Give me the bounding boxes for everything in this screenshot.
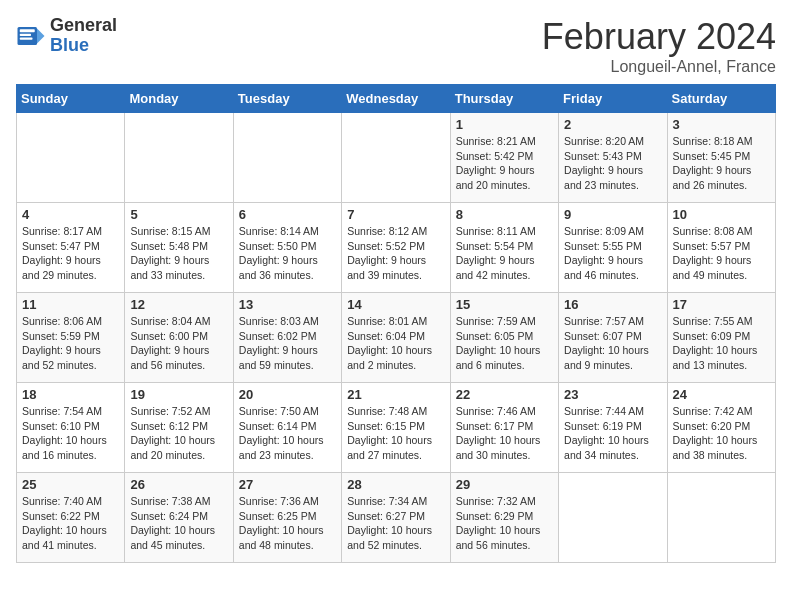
calendar-cell: 1Sunrise: 8:21 AM Sunset: 5:42 PM Daylig… — [450, 113, 558, 203]
calendar-week-row: 1Sunrise: 8:21 AM Sunset: 5:42 PM Daylig… — [17, 113, 776, 203]
calendar-cell: 12Sunrise: 8:04 AM Sunset: 6:00 PM Dayli… — [125, 293, 233, 383]
day-number: 10 — [673, 207, 770, 222]
calendar-cell — [667, 473, 775, 563]
day-number: 11 — [22, 297, 119, 312]
svg-marker-1 — [37, 28, 45, 43]
calendar-subtitle: Longueil-Annel, France — [542, 58, 776, 76]
day-number: 16 — [564, 297, 661, 312]
calendar-cell: 21Sunrise: 7:48 AM Sunset: 6:15 PM Dayli… — [342, 383, 450, 473]
day-info: Sunrise: 8:03 AM Sunset: 6:02 PM Dayligh… — [239, 314, 336, 373]
day-number: 9 — [564, 207, 661, 222]
day-info: Sunrise: 7:52 AM Sunset: 6:12 PM Dayligh… — [130, 404, 227, 463]
page-header: General Blue February 2024 Longueil-Anne… — [16, 16, 776, 76]
weekday-header: Tuesday — [233, 85, 341, 113]
day-info: Sunrise: 7:46 AM Sunset: 6:17 PM Dayligh… — [456, 404, 553, 463]
calendar-cell: 2Sunrise: 8:20 AM Sunset: 5:43 PM Daylig… — [559, 113, 667, 203]
day-info: Sunrise: 8:04 AM Sunset: 6:00 PM Dayligh… — [130, 314, 227, 373]
logo-blue: Blue — [50, 36, 117, 56]
calendar-table: SundayMondayTuesdayWednesdayThursdayFrid… — [16, 84, 776, 563]
day-number: 24 — [673, 387, 770, 402]
day-number: 18 — [22, 387, 119, 402]
day-info: Sunrise: 7:44 AM Sunset: 6:19 PM Dayligh… — [564, 404, 661, 463]
logo: General Blue — [16, 16, 117, 56]
calendar-header: SundayMondayTuesdayWednesdayThursdayFrid… — [17, 85, 776, 113]
day-number: 21 — [347, 387, 444, 402]
day-number: 28 — [347, 477, 444, 492]
weekday-header: Thursday — [450, 85, 558, 113]
calendar-cell: 29Sunrise: 7:32 AM Sunset: 6:29 PM Dayli… — [450, 473, 558, 563]
day-info: Sunrise: 8:18 AM Sunset: 5:45 PM Dayligh… — [673, 134, 770, 193]
day-info: Sunrise: 7:48 AM Sunset: 6:15 PM Dayligh… — [347, 404, 444, 463]
calendar-cell: 27Sunrise: 7:36 AM Sunset: 6:25 PM Dayli… — [233, 473, 341, 563]
day-number: 15 — [456, 297, 553, 312]
day-info: Sunrise: 8:17 AM Sunset: 5:47 PM Dayligh… — [22, 224, 119, 283]
calendar-cell: 16Sunrise: 7:57 AM Sunset: 6:07 PM Dayli… — [559, 293, 667, 383]
day-number: 27 — [239, 477, 336, 492]
calendar-cell: 26Sunrise: 7:38 AM Sunset: 6:24 PM Dayli… — [125, 473, 233, 563]
calendar-week-row: 4Sunrise: 8:17 AM Sunset: 5:47 PM Daylig… — [17, 203, 776, 293]
day-info: Sunrise: 7:42 AM Sunset: 6:20 PM Dayligh… — [673, 404, 770, 463]
calendar-title: February 2024 — [542, 16, 776, 58]
day-info: Sunrise: 8:14 AM Sunset: 5:50 PM Dayligh… — [239, 224, 336, 283]
calendar-cell: 8Sunrise: 8:11 AM Sunset: 5:54 PM Daylig… — [450, 203, 558, 293]
day-number: 8 — [456, 207, 553, 222]
logo-icon — [16, 21, 46, 51]
calendar-week-row: 11Sunrise: 8:06 AM Sunset: 5:59 PM Dayli… — [17, 293, 776, 383]
day-info: Sunrise: 7:55 AM Sunset: 6:09 PM Dayligh… — [673, 314, 770, 373]
day-info: Sunrise: 7:50 AM Sunset: 6:14 PM Dayligh… — [239, 404, 336, 463]
day-number: 3 — [673, 117, 770, 132]
calendar-cell: 23Sunrise: 7:44 AM Sunset: 6:19 PM Dayli… — [559, 383, 667, 473]
calendar-week-row: 18Sunrise: 7:54 AM Sunset: 6:10 PM Dayli… — [17, 383, 776, 473]
day-number: 4 — [22, 207, 119, 222]
day-number: 1 — [456, 117, 553, 132]
calendar-cell — [125, 113, 233, 203]
weekday-header: Wednesday — [342, 85, 450, 113]
day-info: Sunrise: 7:36 AM Sunset: 6:25 PM Dayligh… — [239, 494, 336, 553]
day-number: 20 — [239, 387, 336, 402]
calendar-cell — [233, 113, 341, 203]
calendar-cell: 13Sunrise: 8:03 AM Sunset: 6:02 PM Dayli… — [233, 293, 341, 383]
day-number: 12 — [130, 297, 227, 312]
weekday-header: Friday — [559, 85, 667, 113]
calendar-cell: 9Sunrise: 8:09 AM Sunset: 5:55 PM Daylig… — [559, 203, 667, 293]
calendar-cell — [559, 473, 667, 563]
calendar-cell: 19Sunrise: 7:52 AM Sunset: 6:12 PM Dayli… — [125, 383, 233, 473]
svg-rect-4 — [20, 37, 33, 39]
calendar-cell: 24Sunrise: 7:42 AM Sunset: 6:20 PM Dayli… — [667, 383, 775, 473]
calendar-cell: 5Sunrise: 8:15 AM Sunset: 5:48 PM Daylig… — [125, 203, 233, 293]
day-info: Sunrise: 8:21 AM Sunset: 5:42 PM Dayligh… — [456, 134, 553, 193]
title-block: February 2024 Longueil-Annel, France — [542, 16, 776, 76]
day-info: Sunrise: 8:06 AM Sunset: 5:59 PM Dayligh… — [22, 314, 119, 373]
day-info: Sunrise: 7:54 AM Sunset: 6:10 PM Dayligh… — [22, 404, 119, 463]
day-number: 5 — [130, 207, 227, 222]
day-number: 17 — [673, 297, 770, 312]
calendar-cell: 28Sunrise: 7:34 AM Sunset: 6:27 PM Dayli… — [342, 473, 450, 563]
calendar-cell: 6Sunrise: 8:14 AM Sunset: 5:50 PM Daylig… — [233, 203, 341, 293]
calendar-cell: 15Sunrise: 7:59 AM Sunset: 6:05 PM Dayli… — [450, 293, 558, 383]
day-info: Sunrise: 8:11 AM Sunset: 5:54 PM Dayligh… — [456, 224, 553, 283]
calendar-cell — [342, 113, 450, 203]
calendar-cell: 3Sunrise: 8:18 AM Sunset: 5:45 PM Daylig… — [667, 113, 775, 203]
calendar-cell: 17Sunrise: 7:55 AM Sunset: 6:09 PM Dayli… — [667, 293, 775, 383]
calendar-cell: 25Sunrise: 7:40 AM Sunset: 6:22 PM Dayli… — [17, 473, 125, 563]
day-number: 23 — [564, 387, 661, 402]
day-info: Sunrise: 7:40 AM Sunset: 6:22 PM Dayligh… — [22, 494, 119, 553]
day-info: Sunrise: 8:12 AM Sunset: 5:52 PM Dayligh… — [347, 224, 444, 283]
day-info: Sunrise: 8:09 AM Sunset: 5:55 PM Dayligh… — [564, 224, 661, 283]
day-number: 19 — [130, 387, 227, 402]
weekday-header: Sunday — [17, 85, 125, 113]
calendar-cell: 22Sunrise: 7:46 AM Sunset: 6:17 PM Dayli… — [450, 383, 558, 473]
calendar-cell: 7Sunrise: 8:12 AM Sunset: 5:52 PM Daylig… — [342, 203, 450, 293]
day-number: 13 — [239, 297, 336, 312]
calendar-cell — [17, 113, 125, 203]
day-info: Sunrise: 8:01 AM Sunset: 6:04 PM Dayligh… — [347, 314, 444, 373]
weekday-header: Monday — [125, 85, 233, 113]
weekday-header: Saturday — [667, 85, 775, 113]
logo-text: General Blue — [50, 16, 117, 56]
day-info: Sunrise: 8:15 AM Sunset: 5:48 PM Dayligh… — [130, 224, 227, 283]
day-info: Sunrise: 8:08 AM Sunset: 5:57 PM Dayligh… — [673, 224, 770, 283]
svg-rect-3 — [20, 34, 31, 36]
svg-rect-2 — [20, 29, 35, 32]
day-number: 14 — [347, 297, 444, 312]
day-number: 6 — [239, 207, 336, 222]
